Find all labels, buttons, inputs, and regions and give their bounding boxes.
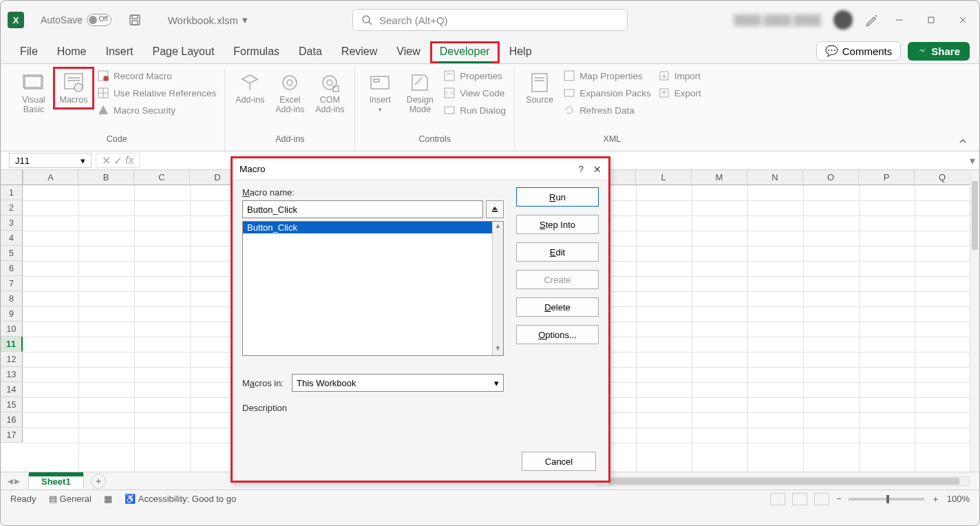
xml-export-button[interactable]: Export <box>655 85 704 101</box>
zoom-out-button[interactable]: − <box>836 494 842 504</box>
row-header[interactable]: 4 <box>1 231 23 246</box>
search-input[interactable]: Search (Alt+Q) <box>352 9 628 31</box>
scrollbar-thumb[interactable] <box>608 478 959 485</box>
comments-button[interactable]: 💬 Comments <box>816 41 902 61</box>
pen-icon[interactable] <box>865 14 877 26</box>
column-header[interactable]: C <box>134 170 190 185</box>
cancel-icon[interactable]: ✕ <box>102 154 111 167</box>
scroll-up-icon[interactable]: ▲ <box>493 222 503 233</box>
close-icon[interactable]: ✕ <box>593 164 601 175</box>
row-header[interactable]: 11 <box>1 337 23 352</box>
row-header[interactable]: 10 <box>1 322 23 337</box>
expand-formula-bar[interactable]: ▾ <box>966 151 979 169</box>
scrollbar-thumb[interactable] <box>972 181 978 250</box>
row-header[interactable]: 9 <box>1 306 23 322</box>
fx-icon[interactable]: fx <box>125 154 134 167</box>
zoom-in-button[interactable]: ＋ <box>931 493 940 505</box>
tab-review[interactable]: Review <box>332 41 387 63</box>
excel-addins-button[interactable]: Excel Add-ins <box>270 68 309 118</box>
collapse-ribbon-button[interactable] <box>957 136 968 147</box>
run-button[interactable]: Run <box>516 187 599 207</box>
row-header[interactable]: 1 <box>1 185 23 200</box>
xml-source-button[interactable]: Source <box>520 68 559 108</box>
row-header[interactable]: 6 <box>1 261 23 276</box>
column-header[interactable]: L <box>636 170 692 185</box>
zoom-slider[interactable] <box>849 498 924 501</box>
column-header[interactable]: O <box>803 170 859 185</box>
add-sheet-button[interactable]: ＋ <box>91 474 106 489</box>
vertical-scrollbar[interactable] <box>970 170 979 472</box>
row-header[interactable]: 5 <box>1 246 23 261</box>
normal-view-button[interactable] <box>770 493 785 505</box>
column-header[interactable]: A <box>23 170 78 185</box>
properties-button[interactable]: Properties <box>440 68 509 83</box>
options-button[interactable]: Options... <box>516 325 599 344</box>
maximize-button[interactable] <box>922 10 941 30</box>
select-all-corner[interactable] <box>1 170 23 185</box>
edit-button[interactable]: Edit <box>516 242 599 262</box>
list-scrollbar[interactable]: ▲ ▼ <box>492 222 503 355</box>
help-button[interactable]: ? <box>578 164 584 175</box>
close-button[interactable] <box>953 10 972 30</box>
status-macro-icon[interactable]: ▦ <box>104 494 112 504</box>
macros-button[interactable]: Macros <box>54 68 93 108</box>
insert-control-button[interactable]: Insert▾ <box>361 68 399 116</box>
column-header[interactable]: N <box>747 170 803 185</box>
sheet-nav[interactable]: ◂▸ <box>3 474 24 487</box>
row-header[interactable]: 13 <box>1 367 23 382</box>
column-header[interactable]: M <box>692 170 747 185</box>
tab-view[interactable]: View <box>387 41 429 63</box>
com-addins-button[interactable]: COM Add-ins <box>310 68 349 118</box>
column-header[interactable]: Q <box>915 170 970 185</box>
avatar[interactable] <box>833 10 853 30</box>
step-into-button[interactable]: Step Into <box>516 215 599 234</box>
page-break-view-button[interactable] <box>814 493 829 505</box>
macro-name-input[interactable] <box>242 200 483 218</box>
row-header[interactable]: 15 <box>1 397 23 412</box>
addins-button[interactable]: Add-ins <box>231 68 269 108</box>
toggle-switch[interactable]: Off <box>87 14 111 26</box>
macro-security-button[interactable]: Macro Security <box>94 103 219 118</box>
tab-file[interactable]: File <box>10 41 47 63</box>
tab-data[interactable]: Data <box>289 41 332 63</box>
collapse-dialog-button[interactable] <box>486 200 504 218</box>
tab-help[interactable]: Help <box>500 41 542 63</box>
column-header[interactable]: B <box>78 170 134 185</box>
chevron-left-icon[interactable]: ◂ <box>8 474 13 487</box>
xml-import-button[interactable]: Import <box>655 68 704 83</box>
tab-developer[interactable]: Developer <box>430 41 500 63</box>
cancel-button[interactable]: Cancel <box>522 452 596 471</box>
save-icon[interactable] <box>128 13 142 27</box>
autosave-toggle[interactable]: AutoSave Off <box>41 14 111 26</box>
row-header[interactable]: 14 <box>1 382 23 397</box>
share-button[interactable]: Share <box>908 42 970 61</box>
design-mode-button[interactable]: Design Mode <box>401 68 439 118</box>
refresh-data-button[interactable]: Refresh Data <box>560 103 654 118</box>
view-code-button[interactable]: View Code <box>440 85 509 101</box>
macro-list[interactable]: Button_Click ▲ ▼ <box>242 221 504 356</box>
delete-button[interactable]: Delete <box>516 297 599 317</box>
row-header[interactable]: 12 <box>1 352 23 367</box>
name-box[interactable]: J11 ▾ <box>9 153 92 168</box>
sheet-tab-sheet1[interactable]: Sheet1 <box>28 474 84 489</box>
row-header[interactable]: 2 <box>1 200 23 215</box>
visual-basic-button[interactable]: Visual Basic <box>14 68 53 118</box>
macro-list-item[interactable]: Button_Click <box>243 222 503 233</box>
row-header[interactable]: 8 <box>1 291 23 306</box>
account-name[interactable]: ████ ████ ████ <box>734 14 821 25</box>
record-macro-button[interactable]: Record Macro <box>94 68 219 83</box>
tab-home[interactable]: Home <box>47 41 96 63</box>
page-layout-view-button[interactable] <box>792 493 807 505</box>
tab-insert[interactable]: Insert <box>96 41 142 63</box>
run-dialog-button[interactable]: Run Dialog <box>440 103 509 118</box>
status-accessibility[interactable]: ♿Accessibility: Good to go <box>125 494 236 504</box>
map-properties-button[interactable]: Map Properties <box>560 68 654 83</box>
row-header[interactable]: 16 <box>1 412 23 428</box>
macros-in-select[interactable]: This Workbook ▾ <box>292 374 504 392</box>
use-relative-button[interactable]: Use Relative References <box>94 85 219 101</box>
column-header[interactable]: P <box>859 170 915 185</box>
enter-icon[interactable]: ✓ <box>114 154 122 167</box>
horizontal-scrollbar[interactable] <box>598 476 970 486</box>
expansion-packs-button[interactable]: Expansion Packs <box>560 85 654 101</box>
tab-formulas[interactable]: Formulas <box>224 41 289 63</box>
